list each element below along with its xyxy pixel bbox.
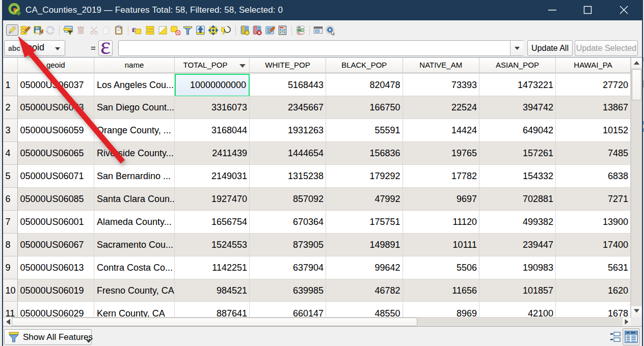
svg-text:ε: ε (132, 25, 136, 34)
